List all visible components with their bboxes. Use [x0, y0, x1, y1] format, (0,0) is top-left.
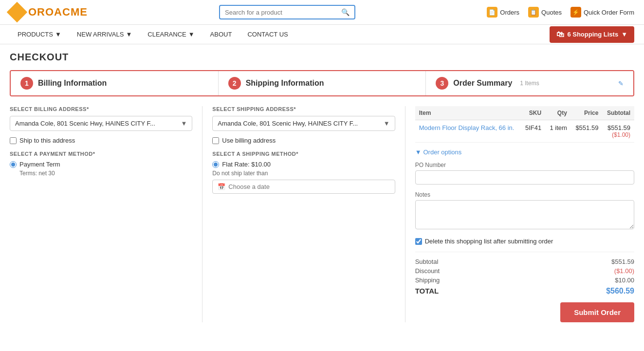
- step1-label: Billing Information: [38, 79, 107, 88]
- total-label: TOTAL: [415, 287, 439, 296]
- step3-label: Order Summary: [453, 79, 512, 88]
- nav-products[interactable]: PRODUCTS ▼: [10, 25, 69, 44]
- shipping-total-value: $10.00: [615, 277, 634, 284]
- subtotal-row: Subtotal $551.59: [415, 258, 634, 265]
- order-table: Item SKU Qty Price Subtotal Modern Floor…: [415, 106, 634, 143]
- logo-diamond: [7, 2, 27, 22]
- nav-contact[interactable]: CONTACT US: [239, 25, 295, 44]
- nav-clearance[interactable]: CLEARANCE ▼: [140, 25, 202, 44]
- shopping-lists-button[interactable]: 🛍 6 Shopping Lists ▼: [550, 26, 634, 43]
- quick-order-label: Quick Order Form: [584, 9, 634, 16]
- flat-rate-radio-row: Flat Rate: $10.00: [212, 161, 395, 168]
- delete-shopping-list-row: Delete this shopping list after submitti…: [415, 238, 634, 245]
- po-number-label: PO Number: [415, 162, 634, 168]
- order-summary-edit-icon[interactable]: ✎: [618, 80, 624, 87]
- quotes-label: Quotes: [541, 9, 562, 16]
- flat-rate-radio[interactable]: [212, 161, 219, 168]
- orders-button[interactable]: 📄 Orders: [487, 7, 519, 18]
- flat-rate-label: Flat Rate: $10.00: [222, 161, 271, 168]
- discount-total-value: ($1.00): [614, 267, 634, 275]
- col-item: Item: [415, 106, 521, 120]
- quick-order-icon: ⚡: [570, 7, 581, 18]
- ship-to-address-row: Ship to this address: [10, 137, 192, 144]
- header-actions: 📄 Orders 📋 Quotes ⚡ Quick Order Form: [487, 7, 634, 18]
- payment-term-radio-row: Payment Term: [10, 161, 192, 168]
- page-title: CHECKOUT: [10, 52, 634, 63]
- ship-to-address-label: Ship to this address: [19, 137, 75, 144]
- date-picker[interactable]: 📅: [212, 180, 395, 194]
- shopping-lists-chevron: ▼: [621, 31, 627, 38]
- calendar-icon: 📅: [218, 183, 225, 190]
- shipping-address-select[interactable]: Amanda Cole, 801 Scenic Hwy, HAINES CITY…: [212, 116, 395, 131]
- step3-number: 3: [436, 77, 448, 90]
- po-number-input[interactable]: [415, 170, 634, 185]
- submit-order-button[interactable]: Submit Order: [560, 302, 634, 322]
- order-summary-badge: 1 Items: [520, 80, 539, 87]
- qty-cell: 1 item: [545, 120, 571, 143]
- subtotal-label: Subtotal: [415, 258, 439, 265]
- shipping-address-value: Amanda Cole, 801 Scenic Hwy, HAINES CITY…: [218, 120, 358, 127]
- order-options-toggle[interactable]: ▼ Order options: [415, 148, 634, 156]
- billing-address-select[interactable]: Amanda Cole, 801 Scenic Hwy, HAINES CITY…: [10, 116, 192, 131]
- steps-container: 1 Billing Information 2 Shipping Informa…: [10, 70, 634, 96]
- notes-field: Notes: [415, 191, 634, 231]
- notes-textarea[interactable]: [415, 200, 634, 229]
- subtotal-total-value: $551.59: [611, 258, 634, 265]
- totals-section: Subtotal $551.59 Discount ($1.00) Shippi…: [415, 252, 634, 322]
- chevron-down-icon: ▼: [415, 148, 422, 156]
- product-link[interactable]: Modern Floor Display Rack, 66 in.: [419, 124, 515, 131]
- notes-label: Notes: [415, 191, 634, 198]
- col-subtotal: Subtotal: [602, 106, 634, 120]
- col-price: Price: [571, 106, 603, 120]
- logo-text: OROACME: [28, 6, 88, 18]
- quick-order-button[interactable]: ⚡ Quick Order Form: [570, 7, 634, 18]
- col-qty: Qty: [545, 106, 571, 120]
- shipping-address-label: SELECT SHIPPING ADDRESS*: [212, 106, 395, 112]
- quotes-button[interactable]: 📋 Quotes: [528, 7, 562, 18]
- discount-row: Discount ($1.00): [415, 267, 634, 275]
- search-icon: 🔍: [341, 8, 350, 16]
- logo[interactable]: OROACME: [10, 5, 88, 19]
- search-bar: 🔍: [219, 5, 355, 19]
- header: OROACME 🔍 📄 Orders 📋 Quotes ⚡ Quick Orde…: [0, 0, 644, 25]
- delete-shopping-list-checkbox[interactable]: [415, 238, 422, 245]
- nav-about[interactable]: ABOUT: [202, 25, 240, 44]
- search-input[interactable]: [225, 9, 341, 16]
- content-area: SELECT BILLING ADDRESS* Amanda Cole, 801…: [10, 106, 634, 322]
- shipping-address-chevron-icon: ▼: [384, 120, 390, 127]
- shopping-lists-label: 6 Shopping Lists: [567, 31, 618, 38]
- use-billing-address-checkbox[interactable]: [212, 137, 219, 144]
- col-sku: SKU: [521, 106, 545, 120]
- orders-icon: 📄: [487, 7, 497, 18]
- payment-term-label: Payment Term: [19, 161, 60, 168]
- step1-number: 1: [20, 77, 33, 90]
- nav: PRODUCTS ▼ NEW ARRIVALS ▼ CLEARANCE ▼ AB…: [0, 25, 644, 44]
- main: CHECKOUT 1 Billing Information 2 Shippin…: [0, 44, 644, 330]
- po-number-field: PO Number: [415, 162, 634, 185]
- payment-term-radio[interactable]: [10, 161, 17, 168]
- discount-value: ($1.00): [606, 131, 630, 138]
- billing-address-value: Amanda Cole, 801 Scenic Hwy, HAINES CITY…: [15, 120, 155, 127]
- discount-label: Discount: [415, 267, 440, 275]
- shopping-bag-icon: 🛍: [556, 30, 564, 39]
- nav-new-arrivals[interactable]: NEW ARRIVALS ▼: [69, 25, 140, 44]
- date-input[interactable]: [228, 183, 389, 190]
- step-billing: 1 Billing Information: [11, 71, 218, 95]
- step-shipping: 2 Shipping Information: [218, 71, 426, 95]
- table-header-row: Item SKU Qty Price Subtotal: [415, 106, 634, 120]
- quotes-icon: 📋: [528, 7, 539, 18]
- terms-text: Terms: net 30: [19, 170, 192, 177]
- total-row: TOTAL $560.59: [415, 287, 634, 296]
- step2-label: Shipping Information: [246, 79, 324, 88]
- shipping-section: SELECT SHIPPING ADDRESS* Amanda Cole, 80…: [202, 106, 405, 322]
- delete-shopping-list-label: Delete this shopping list after submitti…: [425, 238, 553, 245]
- step2-number: 2: [228, 77, 241, 90]
- use-billing-address-label: Use billing address: [222, 137, 276, 144]
- billing-address-chevron-icon: ▼: [181, 120, 187, 127]
- nav-right: 🛍 6 Shopping Lists ▼: [550, 26, 634, 43]
- shipping-label: Shipping: [415, 277, 440, 284]
- shipping-row: Shipping $10.00: [415, 277, 634, 284]
- ship-to-address-checkbox[interactable]: [10, 137, 17, 144]
- price-cell: $551.59: [571, 120, 603, 143]
- do-not-ship-label: Do not ship later than: [212, 170, 395, 177]
